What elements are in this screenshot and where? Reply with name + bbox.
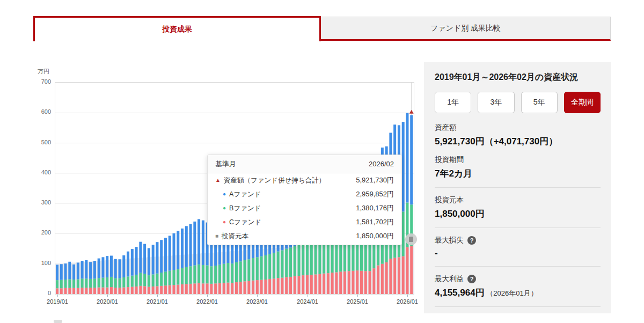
bar-segment[interactable] [110, 287, 113, 294]
bar-segment[interactable] [218, 265, 221, 283]
bar-segment[interactable] [181, 268, 184, 284]
bar-segment[interactable] [364, 271, 367, 294]
bar-segment[interactable] [152, 287, 155, 294]
bar-segment[interactable] [318, 274, 321, 294]
bar-segment[interactable] [160, 286, 163, 294]
bar-segment[interactable] [193, 283, 196, 294]
bar-segment[interactable] [77, 262, 79, 279]
bar-segment[interactable] [164, 285, 167, 294]
bar-segment[interactable] [143, 244, 146, 274]
bar-segment[interactable] [339, 271, 342, 294]
bar-segment[interactable] [306, 275, 309, 294]
bar-segment[interactable] [119, 288, 121, 294]
bar-segment[interactable] [210, 284, 213, 294]
bar-segment[interactable] [169, 236, 171, 270]
bar-segment[interactable] [244, 260, 246, 281]
bar-segment[interactable] [114, 288, 117, 294]
bar-segment[interactable] [148, 275, 150, 287]
bar-segment[interactable] [202, 221, 204, 265]
bar-segment[interactable] [197, 265, 200, 283]
bar-segment[interactable] [185, 267, 188, 284]
bar-segment[interactable] [119, 278, 121, 288]
bar-segment[interactable] [281, 278, 283, 294]
bar-segment[interactable] [89, 262, 92, 279]
bar-segment[interactable] [81, 261, 84, 278]
bar-segment[interactable] [289, 247, 292, 277]
bar-segment[interactable] [122, 255, 125, 277]
bar-segment[interactable] [152, 245, 155, 274]
bar-segment[interactable] [122, 288, 125, 294]
bar-segment[interactable] [385, 262, 388, 294]
bar-segment[interactable] [231, 283, 233, 294]
bar-segment[interactable] [85, 260, 87, 278]
bar-segment[interactable] [406, 247, 408, 294]
bar-segment[interactable] [331, 273, 334, 294]
bar-segment[interactable] [302, 275, 304, 294]
bar-segment[interactable] [281, 250, 283, 277]
bar-segment[interactable] [60, 280, 63, 289]
bar-segment[interactable] [197, 219, 200, 264]
bar-segment[interactable] [268, 254, 271, 279]
period-button-3年[interactable]: 3年 [478, 92, 514, 113]
bar-segment[interactable] [93, 288, 96, 294]
bar-segment[interactable] [264, 280, 267, 294]
bar-segment[interactable] [327, 273, 330, 294]
bar-segment[interactable] [210, 266, 213, 284]
bar-segment[interactable] [352, 271, 354, 294]
bar-segment[interactable] [273, 253, 275, 278]
bar-segment[interactable] [277, 252, 280, 278]
bar-segment[interactable] [135, 247, 138, 275]
bar-segment[interactable] [177, 285, 179, 294]
bar-segment[interactable] [381, 264, 384, 294]
bar-segment[interactable] [393, 258, 396, 294]
bar-segment[interactable] [398, 257, 400, 294]
bar-segment[interactable] [148, 248, 150, 275]
bar-segment[interactable] [226, 263, 229, 283]
bar-segment[interactable] [72, 265, 75, 280]
bar-segment[interactable] [247, 259, 250, 281]
bar-segment[interactable] [135, 275, 138, 287]
bar-segment[interactable] [143, 274, 146, 286]
bar-segment[interactable] [101, 278, 104, 288]
bar-segment[interactable] [335, 272, 338, 294]
bar-segment[interactable] [277, 278, 280, 294]
bar-segment[interactable] [193, 266, 196, 284]
bar-segment[interactable] [402, 211, 405, 256]
bar-segment[interactable] [98, 259, 100, 278]
bar-segment[interactable] [197, 283, 200, 294]
bar-segment[interactable] [285, 277, 288, 294]
bar-segment[interactable] [314, 274, 317, 294]
period-button-全期間[interactable]: 全期間 [564, 92, 601, 113]
bar-segment[interactable] [64, 280, 67, 288]
bar-segment[interactable] [139, 286, 142, 294]
bar-segment[interactable] [223, 264, 225, 283]
bar-segment[interactable] [85, 288, 87, 294]
bar-segment[interactable] [93, 278, 96, 288]
bar-segment[interactable] [189, 284, 192, 294]
bar-segment[interactable] [252, 281, 254, 294]
bar-segment[interactable] [369, 271, 371, 294]
bar-segment[interactable] [127, 276, 129, 287]
bar-segment[interactable] [98, 288, 100, 294]
bar-segment[interactable] [106, 277, 108, 288]
bar-segment[interactable] [260, 280, 263, 294]
bar-segment[interactable] [268, 279, 271, 294]
bar-segment[interactable] [160, 240, 163, 273]
bar-segment[interactable] [160, 273, 163, 286]
bar-segment[interactable] [60, 264, 63, 280]
tab-fund-comparison[interactable]: ファンド別 成果比較 [321, 17, 611, 41]
bar-segment[interactable] [285, 249, 288, 277]
bar-segment[interactable] [56, 265, 58, 280]
bar-segment[interactable] [106, 288, 108, 294]
bar-segment[interactable] [256, 280, 259, 294]
bar-segment[interactable] [264, 255, 267, 280]
help-icon[interactable]: ? [467, 275, 476, 283]
bar-segment[interactable] [152, 274, 155, 287]
period-button-1年[interactable]: 1年 [435, 92, 471, 113]
bar-segment[interactable] [156, 242, 158, 274]
period-button-5年[interactable]: 5年 [521, 92, 558, 113]
bar-segment[interactable] [189, 224, 192, 266]
bar-segment[interactable] [356, 270, 358, 294]
bar-segment[interactable] [148, 287, 150, 294]
bar-segment[interactable] [81, 288, 84, 294]
